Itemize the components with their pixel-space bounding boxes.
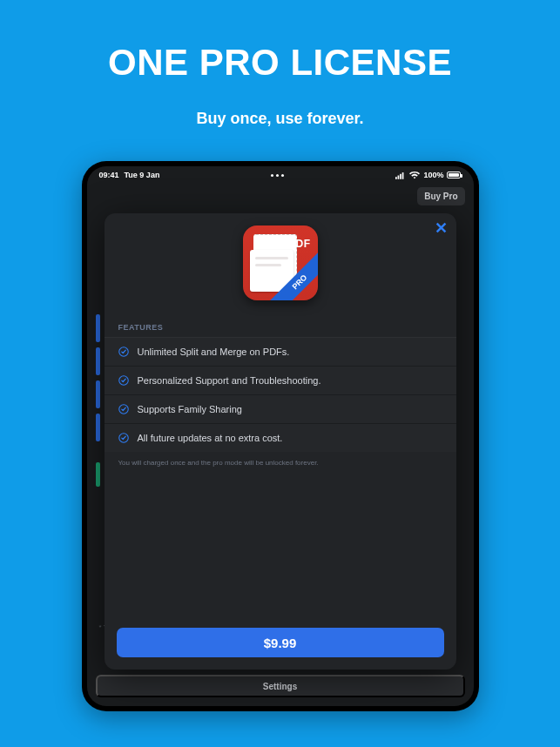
check-icon (118, 375, 129, 386)
battery-percent: 100% (423, 171, 443, 179)
close-icon: ✕ (435, 219, 448, 237)
close-button[interactable]: ✕ (435, 220, 448, 236)
feature-row: All future updates at no extra cost. (105, 423, 456, 452)
check-icon (118, 433, 129, 443)
svg-rect-1 (398, 175, 400, 178)
feature-text: All future updates at no extra cost. (138, 433, 283, 443)
feature-row: Supports Family Sharing (105, 394, 456, 423)
hero-title: ONE PRO LICENSE (108, 42, 452, 84)
buy-pro-button[interactable]: Buy Pro (417, 187, 464, 205)
svg-rect-3 (402, 172, 404, 179)
svg-rect-0 (395, 177, 397, 179)
feature-text: Personalized Support and Troubleshooting… (138, 375, 321, 386)
multitask-indicator (271, 174, 284, 177)
feature-text: Unlimited Split and Merge on PDFs. (138, 347, 290, 357)
features-header: FEATURES (105, 323, 456, 337)
feature-row: Personalized Support and Troubleshooting… (105, 366, 456, 394)
check-icon (118, 404, 129, 414)
feature-text: Supports Family Sharing (138, 404, 242, 414)
ipad-frame: 09:41 Tue 9 Jan 100% Buy Pro (82, 161, 479, 711)
status-time: 09:41 (99, 171, 119, 179)
ipad-screen: 09:41 Tue 9 Jan 100% Buy Pro (87, 166, 474, 706)
purchase-disclaimer: You will charged once and the pro mode w… (105, 452, 456, 467)
app-icon-wrap: PDF PRO (243, 225, 318, 300)
status-date: Tue 9 Jan (125, 171, 160, 179)
pro-purchase-sheet: ✕ PDF PRO FEATURES Unlimited Split and M… (105, 213, 456, 670)
status-bar: 09:41 Tue 9 Jan 100% (87, 166, 474, 184)
battery-icon (447, 172, 461, 178)
wifi-icon (409, 172, 420, 179)
signal-icon (395, 172, 406, 179)
settings-button[interactable]: Settings (96, 675, 465, 697)
hero-subtitle: Buy once, use forever. (196, 110, 363, 128)
purchase-button[interactable]: $9.99 (117, 628, 444, 657)
app-icon-text: PDF (288, 238, 311, 250)
nav-row: Buy Pro (87, 184, 474, 208)
svg-rect-2 (401, 173, 402, 178)
app-icon: PDF PRO (243, 225, 318, 300)
check-icon (118, 347, 129, 357)
feature-row: Unlimited Split and Merge on PDFs. (105, 337, 456, 366)
